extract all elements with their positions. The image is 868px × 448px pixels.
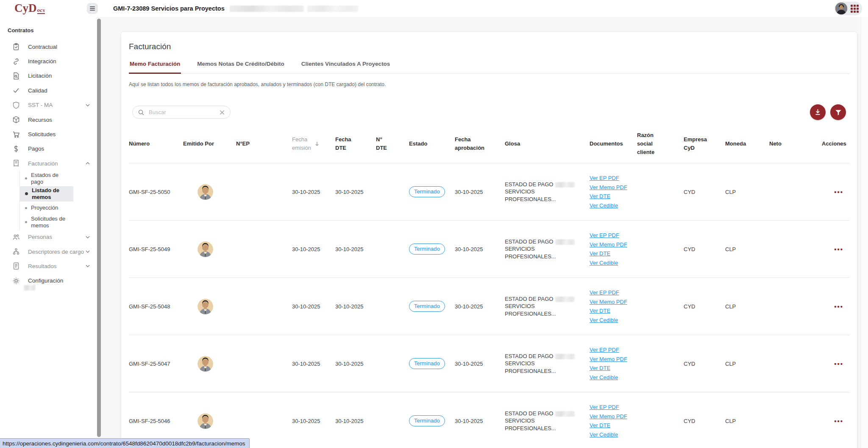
hamburger-menu-button[interactable]: [87, 3, 98, 14]
more-actions-icon[interactable]: •••: [834, 360, 843, 367]
search-box: [132, 106, 231, 119]
cell-emitido-por: [179, 299, 232, 314]
tab-clientes-vinculados[interactable]: Clientes Vinculados A Proyectos: [300, 61, 391, 73]
col-header-glosa: Glosa: [501, 140, 585, 148]
emitter-avatar[interactable]: [198, 184, 213, 200]
cell-estado: Terminado: [405, 186, 451, 197]
user-menu: [835, 2, 862, 15]
clear-search-icon[interactable]: [219, 109, 225, 115]
cell-documentos: Ver EP PDFVer Memo PDFVer DTEVer Cedible: [585, 288, 633, 325]
doc-link-ver-memo-pdf[interactable]: Ver Memo PDF: [590, 240, 627, 249]
doc-link-ver-cedible[interactable]: Ver Cedible: [590, 258, 618, 268]
tab-memo-facturacion[interactable]: Memo Facturación: [129, 61, 181, 74]
more-actions-icon[interactable]: •••: [834, 188, 843, 196]
doc-link-ver-ep-pdf[interactable]: Ver EP PDF: [590, 403, 619, 412]
doc-link-ver-dte[interactable]: Ver DTE: [590, 306, 610, 316]
sidebar-item-integracion[interactable]: Integración: [0, 54, 97, 68]
sidebar-item-licitacion[interactable]: Licitación: [0, 69, 97, 83]
document-search-icon: [12, 72, 20, 80]
search-input[interactable]: [148, 109, 216, 116]
tab-memos-notas-credito-debito[interactable]: Memos Notas De Crédito/Débito: [196, 61, 285, 73]
download-button[interactable]: [810, 104, 826, 120]
cell-fecha-emision: 30-10-2025: [288, 418, 331, 424]
logo-suffix: ocs: [37, 7, 45, 14]
submenu-item-label: Proyección: [31, 204, 58, 211]
doc-link-ver-cedible[interactable]: Ver Cedible: [590, 201, 618, 210]
apps-grid-icon[interactable]: [851, 5, 859, 13]
more-actions-icon[interactable]: •••: [834, 246, 843, 253]
sidebar-item-configuracion[interactable]: Configuración: [0, 274, 97, 288]
emitter-avatar[interactable]: [198, 356, 213, 372]
sidebar-item-facturacion[interactable]: Facturación: [0, 156, 97, 171]
chevron-down-icon: [86, 264, 90, 268]
cell-empresa-cyd: CYD: [679, 303, 721, 310]
doc-link-ver-cedible[interactable]: Ver Cedible: [590, 316, 618, 325]
user-avatar[interactable]: [835, 3, 847, 14]
submenu-item-estados-de-pago[interactable]: Estados de pago: [20, 171, 73, 186]
sidebar-item-personas[interactable]: Personas: [0, 230, 97, 244]
link-preview-statusbar: https://operaciones.cydingenieria.com/co…: [0, 438, 250, 448]
redacted-glosa: [555, 411, 575, 417]
emitter-avatar[interactable]: [198, 299, 213, 314]
submenu-item-listado-de-memos[interactable]: Listado de memos: [20, 186, 73, 202]
cydocs-logo[interactable]: CyDocs: [14, 2, 45, 15]
sidebar-item-descriptores-de-cargo[interactable]: Descriptores de cargo: [0, 244, 97, 259]
contract-title: GMI-7-23089 Servicios para Proyectos: [113, 5, 225, 12]
cell-fecha-aprobacion: 30-10-2025: [451, 303, 501, 310]
sidebar-item-solicitudes[interactable]: Solicitudes: [0, 127, 97, 141]
filter-button[interactable]: [830, 104, 846, 120]
doc-link-ver-memo-pdf[interactable]: Ver Memo PDF: [590, 412, 627, 421]
card-heading: Facturación: [129, 42, 849, 51]
sidebar-item-label: Contractual: [28, 44, 57, 50]
doc-link-ver-ep-pdf[interactable]: Ver EP PDF: [590, 345, 619, 355]
doc-link-ver-dte[interactable]: Ver DTE: [590, 249, 610, 258]
submenu-item-label: Estados de pago: [31, 172, 71, 185]
sidebar-item-resultados[interactable]: Resultados: [0, 259, 97, 273]
emitter-avatar[interactable]: [198, 413, 213, 429]
chevron-down-icon: [86, 103, 90, 107]
doc-link-ver-cedible[interactable]: Ver Cedible: [590, 373, 618, 382]
chevron-down-icon: [86, 249, 90, 254]
doc-link-ver-cedible[interactable]: Ver Cedible: [590, 430, 618, 440]
cell-estado: Terminado: [405, 301, 451, 312]
more-actions-icon[interactable]: •••: [834, 303, 843, 310]
cell-empresa-cyd: CYD: [679, 246, 721, 252]
clipboard-check-icon: [12, 43, 20, 50]
doc-link-ver-memo-pdf[interactable]: Ver Memo PDF: [590, 183, 627, 192]
doc-link-ver-ep-pdf[interactable]: Ver EP PDF: [590, 174, 619, 183]
doc-link-ver-ep-pdf[interactable]: Ver EP PDF: [590, 231, 619, 240]
sidebar-item-sst-ma[interactable]: SST - MA: [0, 98, 97, 112]
sidebar-item-contractual[interactable]: Contractual: [0, 39, 97, 54]
col-header-fecha-dte: Fecha DTE: [331, 135, 372, 152]
bullet-icon: [25, 207, 27, 209]
more-actions-icon[interactable]: •••: [834, 417, 843, 425]
vertical-scrollbar-thumb[interactable]: [97, 19, 101, 437]
status-badge: Terminado: [409, 244, 445, 255]
sidebar-item-recursos[interactable]: Recursos: [0, 112, 97, 127]
submenu-item-proyeccion[interactable]: Proyección: [20, 202, 73, 215]
sidebar-item-pagos[interactable]: Pagos: [0, 142, 97, 156]
cell-fecha-dte: 30-10-2025: [331, 361, 372, 367]
emitter-avatar[interactable]: [198, 241, 213, 257]
chevron-up-icon: [86, 161, 90, 165]
sidebar-item-label: Solicitudes: [28, 131, 56, 137]
doc-link-ver-dte[interactable]: Ver DTE: [590, 364, 610, 373]
link-icon: [12, 58, 20, 65]
col-header-emitido-por: Emitido Por: [179, 140, 232, 148]
check-icon: [12, 87, 20, 94]
doc-link-ver-dte[interactable]: Ver DTE: [590, 421, 610, 430]
sidebar-item-label: SST - MA: [28, 102, 53, 108]
doc-link-ver-memo-pdf[interactable]: Ver Memo PDF: [590, 297, 627, 307]
doc-link-ver-ep-pdf[interactable]: Ver EP PDF: [590, 288, 619, 297]
bullet-icon: [25, 221, 27, 223]
doc-link-ver-memo-pdf[interactable]: Ver Memo PDF: [590, 355, 627, 364]
col-header-fecha-emision[interactable]: Fecha emisión: [288, 135, 331, 152]
doc-link-ver-dte[interactable]: Ver DTE: [590, 192, 610, 201]
sidebar-item-label: Integración: [28, 58, 56, 64]
col-header-estado: Estado: [405, 140, 451, 148]
col-header-neto: Neto: [765, 140, 818, 148]
sidebar-item-calidad[interactable]: Calidad: [0, 83, 97, 98]
submenu-item-solicitudes-de-memos[interactable]: Solicitudes de memos: [20, 215, 73, 230]
cell-documentos: Ver EP PDFVer Memo PDFVer DTEVer Cedible: [585, 345, 633, 382]
receipt-icon: [12, 160, 20, 167]
